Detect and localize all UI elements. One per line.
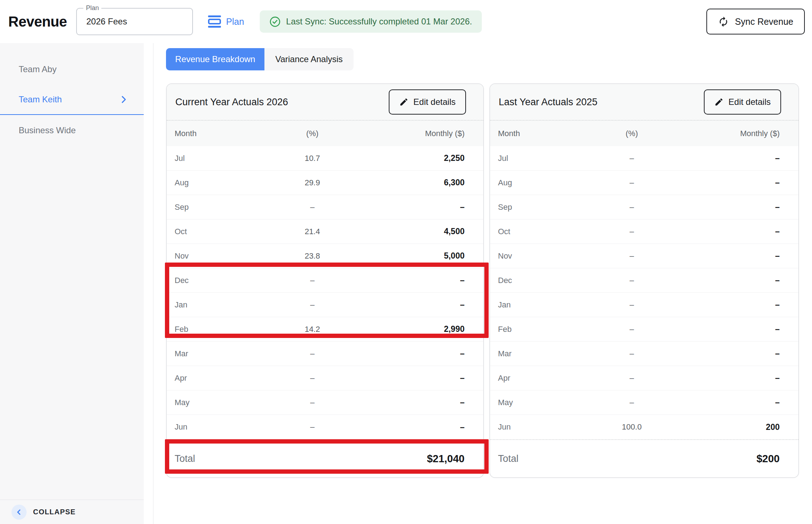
total-row: Total $200 <box>490 439 798 477</box>
pct-cell: 29.9 <box>262 178 363 187</box>
plan-link-label: Plan <box>226 17 244 27</box>
pct-cell: – <box>582 325 681 334</box>
month-cell: Apr <box>498 374 582 383</box>
table-row: Nov–– <box>490 244 798 268</box>
table-row: Dec–– <box>490 268 798 293</box>
column-header-monthly: Monthly ($) <box>681 129 780 138</box>
pct-cell: 23.8 <box>262 251 363 261</box>
month-cell: Nov <box>175 251 262 261</box>
table-row: Feb14.22,990 <box>167 317 483 342</box>
monthly-cell: – <box>681 349 780 358</box>
pct-cell: 100.0 <box>582 422 681 432</box>
pct-cell: – <box>262 300 363 310</box>
monthly-cell: – <box>363 275 465 285</box>
pct-cell: – <box>262 422 363 432</box>
month-cell: Apr <box>175 374 262 383</box>
pct-cell: 21.4 <box>262 227 363 236</box>
cards-row: Current Year Actuals 2026 Edit details M… <box>166 83 812 478</box>
month-cell: May <box>498 398 582 407</box>
table-row: May–– <box>490 390 798 415</box>
pct-cell: – <box>262 374 363 383</box>
card-title: Current Year Actuals 2026 <box>175 97 288 108</box>
monthly-cell: – <box>681 227 780 236</box>
month-cell: Aug <box>175 178 262 187</box>
actuals-card: Current Year Actuals 2026 Edit details M… <box>166 83 484 478</box>
table-header: Month (%) Monthly ($) <box>167 120 483 146</box>
pct-cell: 10.7 <box>262 154 363 163</box>
plan-icon <box>208 15 221 28</box>
table-row: Oct–– <box>490 219 798 244</box>
table-body: Jul––Aug––Sep––Oct––Nov––Dec––Jan––Feb––… <box>490 146 798 439</box>
sidebar-item-team-aby[interactable]: Team Aby <box>0 54 144 84</box>
tab-variance-analysis[interactable]: Variance Analysis <box>264 48 354 70</box>
chevron-right-icon <box>119 94 129 105</box>
pct-cell: – <box>582 154 681 163</box>
pencil-icon <box>714 97 724 107</box>
monthly-cell: 200 <box>681 422 780 432</box>
table-row: Dec–– <box>167 268 483 293</box>
table-row: Apr–– <box>490 366 798 390</box>
pct-cell: – <box>582 178 681 187</box>
pct-cell: – <box>262 203 363 212</box>
main-content: Revenue Breakdown Variance Analysis Curr… <box>153 43 812 524</box>
table-row: Jun100.0200 <box>490 415 798 439</box>
tab-label: Variance Analysis <box>275 54 343 64</box>
sync-revenue-label: Sync Revenue <box>735 17 793 27</box>
plan-input[interactable] <box>76 8 193 35</box>
table-row: Nov23.85,000 <box>167 244 483 268</box>
month-cell: Mar <box>175 349 262 358</box>
month-cell: Jun <box>498 422 582 432</box>
table-header: Month (%) Monthly ($) <box>490 120 798 146</box>
collapse-label: COLLAPSE <box>33 508 76 516</box>
table-body: Jul10.72,250Aug29.96,300Sep––Oct21.44,50… <box>167 146 483 439</box>
pct-cell: – <box>582 227 681 236</box>
tab-revenue-breakdown[interactable]: Revenue Breakdown <box>166 48 264 70</box>
card-header: Current Year Actuals 2026 Edit details <box>167 84 483 120</box>
table-row: Sep–– <box>490 195 798 219</box>
plan-link[interactable]: Plan <box>208 15 244 28</box>
monthly-cell: – <box>363 202 465 212</box>
month-cell: Dec <box>498 276 582 285</box>
sync-icon <box>718 16 729 27</box>
monthly-cell: – <box>681 373 780 383</box>
table-row: Oct21.44,500 <box>167 219 483 244</box>
pencil-icon <box>399 97 409 107</box>
card-header: Last Year Actuals 2025 Edit details <box>490 84 798 120</box>
month-cell: Feb <box>175 325 262 334</box>
sync-revenue-button[interactable]: Sync Revenue <box>706 9 805 34</box>
pct-cell: – <box>582 398 681 407</box>
monthly-cell: 5,000 <box>363 251 465 261</box>
monthly-cell: 2,990 <box>363 324 465 334</box>
monthly-cell: – <box>681 202 780 212</box>
month-cell: May <box>175 398 262 407</box>
table-row: Apr–– <box>167 366 483 390</box>
edit-details-button[interactable]: Edit details <box>389 89 466 115</box>
plan-field-label: Plan <box>83 4 101 12</box>
pct-cell: 14.2 <box>262 325 363 334</box>
table-row: Mar–– <box>167 342 483 366</box>
total-label: Total <box>498 453 518 464</box>
month-cell: Oct <box>498 227 582 236</box>
month-cell: Mar <box>498 349 582 358</box>
edit-details-button[interactable]: Edit details <box>704 89 781 115</box>
top-bar: Revenue Plan Plan Last Sync: Successfull… <box>0 0 812 43</box>
card-title: Last Year Actuals 2025 <box>499 97 598 108</box>
total-value: $21,040 <box>427 453 465 465</box>
table-row: Sep–– <box>167 195 483 219</box>
edit-details-label: Edit details <box>729 97 771 107</box>
month-cell: Jan <box>175 300 262 310</box>
collapse-button[interactable]: COLLAPSE <box>0 500 144 524</box>
pct-cell: – <box>582 203 681 212</box>
column-header-pct: (%) <box>582 129 681 138</box>
month-cell: Jul <box>498 154 582 163</box>
table-row: Feb–– <box>490 317 798 342</box>
sidebar-item-team-keith[interactable]: Team Keith <box>0 84 144 115</box>
monthly-cell: – <box>681 324 780 334</box>
total-row: Total $21,040 <box>167 439 483 477</box>
sidebar-item-business-wide[interactable]: Business Wide <box>0 115 144 145</box>
monthly-cell: – <box>363 398 465 407</box>
monthly-cell: 2,250 <box>363 153 465 163</box>
table-row: Mar–– <box>490 342 798 366</box>
check-circle-icon <box>269 16 281 27</box>
sidebar-item-label: Team Keith <box>19 94 62 105</box>
